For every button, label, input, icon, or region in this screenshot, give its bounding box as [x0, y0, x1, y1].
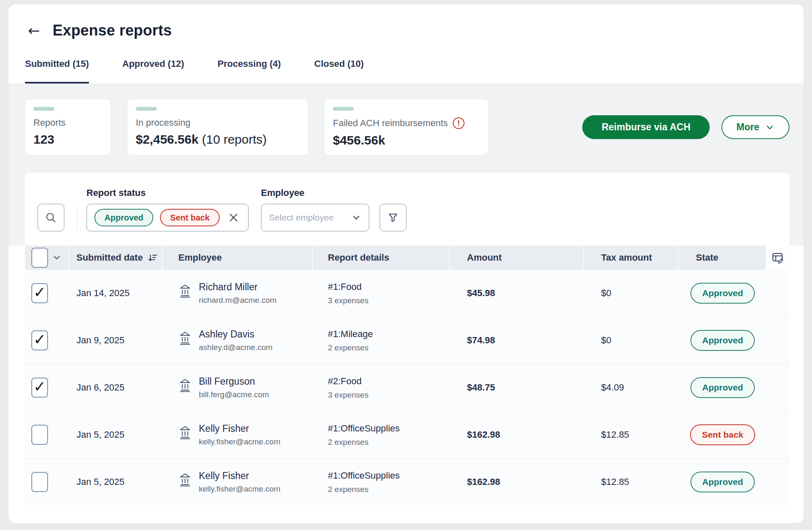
chevron-down-icon — [765, 123, 774, 132]
tax-amount: $4.09 — [584, 382, 679, 393]
bank-icon — [178, 330, 192, 345]
page-title: Expense reports — [53, 22, 172, 39]
table-row[interactable]: ✓ Jan 14, 2025 Richard Millerrichard.m@a… — [25, 270, 789, 317]
filter-button[interactable] — [380, 204, 406, 231]
mint-accent-bar — [333, 107, 354, 111]
employee-email: richard.m@acme.com — [199, 296, 277, 305]
select-all-checkbox[interactable]: ✓ — [31, 248, 48, 268]
tax-amount: $12.85 — [584, 429, 679, 440]
submitted-date: Jan 5, 2025 — [69, 429, 163, 440]
sort-descending-icon — [147, 252, 158, 263]
stat-card-failed-ach: Failed ACH reimbursements ! $456.56k — [325, 99, 488, 155]
mint-accent-bar — [136, 107, 157, 111]
report-expenses: 3 expenses — [328, 296, 450, 305]
stat-card-reports: Reports 123 — [25, 99, 111, 155]
row-checkbox[interactable]: ✓ — [31, 378, 48, 398]
column-label: Tax amount — [601, 252, 652, 263]
column-header-amount: Amount — [450, 246, 584, 270]
table-row[interactable]: ✓ Jan 5, 2025 Kelly Fisherkelly.fisher@a… — [25, 411, 789, 459]
row-checkbox[interactable]: ✓ — [31, 425, 48, 445]
column-header-employee: Employee — [163, 246, 313, 270]
filter-divider — [77, 204, 77, 231]
tax-amount: $0 — [584, 335, 679, 346]
column-header-tax-amount: Tax amount — [584, 246, 679, 270]
app-card: ← Expense reports Submitted (15) Approve… — [8, 4, 804, 523]
status-badge: Approved — [690, 283, 755, 304]
expense-reports-page: ← Expense reports Submitted (15) Approve… — [0, 0, 812, 530]
row-checkbox[interactable]: ✓ — [31, 330, 48, 350]
column-header-submitted-date[interactable]: Submitted date — [69, 246, 163, 270]
employee-email: kelly.fisher@acme.com — [199, 437, 280, 446]
chevron-down-icon[interactable] — [52, 253, 61, 262]
search-icon — [45, 212, 57, 223]
chip-sent-back[interactable]: Sent back — [160, 209, 219, 226]
report-title: #1:OfficeSupplies — [328, 423, 450, 434]
stat-suffix: (10 reports) — [198, 132, 266, 146]
alert-icon: ! — [453, 117, 464, 129]
edit-columns-button[interactable] — [766, 246, 789, 270]
employee-name: Richard Miller — [199, 281, 277, 293]
amount: $48.75 — [450, 382, 584, 393]
bank-icon — [178, 425, 192, 440]
report-title: #1:Food — [328, 281, 450, 292]
employee-name: Bill Ferguson — [199, 376, 269, 387]
tab-closed[interactable]: Closed (10) — [314, 58, 364, 84]
report-status-filter: Report status Approved Sent back — [86, 188, 249, 231]
table-row[interactable]: ✓ Jan 6, 2025 Bill Fergusonbill.ferg@acm… — [25, 364, 789, 411]
amount: $162.98 — [450, 429, 584, 440]
more-button[interactable]: More — [721, 115, 789, 139]
employee-name: Ashley Davis — [199, 329, 272, 340]
submitted-date: Jan 14, 2025 — [69, 288, 163, 299]
summary-section: Reports 123 In processing $2,456.56k (10… — [8, 84, 804, 246]
table-row[interactable]: ✓ Jan 5, 2025 Kelly Fisherkelly.fisher@a… — [25, 459, 789, 505]
chip-approved[interactable]: Approved — [94, 209, 153, 226]
report-title: #1:Mileage — [328, 329, 450, 340]
submitted-date: Jan 6, 2025 — [69, 382, 163, 393]
close-icon — [228, 212, 239, 223]
row-checkbox[interactable]: ✓ — [31, 283, 48, 303]
header-actions: Reimburse via ACH More — [582, 115, 789, 139]
stats-row: Reports 123 In processing $2,456.56k (10… — [8, 84, 804, 155]
search-button[interactable] — [38, 204, 64, 231]
reimburse-via-ach-button[interactable]: Reimburse via ACH — [582, 115, 710, 139]
checkmark-icon: ✓ — [33, 379, 46, 394]
clear-filters-button[interactable] — [226, 210, 241, 225]
row-checkbox[interactable]: ✓ — [31, 472, 48, 492]
table-header-row: ✓ Submitted date Employee Report details… — [25, 246, 789, 270]
tab-approved[interactable]: Approved (12) — [122, 58, 184, 84]
table-row[interactable]: ✓ Jan 9, 2025 Ashley Davisashley.d@acme.… — [25, 317, 789, 364]
mint-accent-bar — [33, 107, 54, 111]
bank-icon — [178, 283, 192, 298]
submitted-date: Jan 9, 2025 — [69, 335, 163, 346]
submitted-date: Jan 5, 2025 — [69, 477, 163, 487]
stat-label: In processing — [136, 117, 190, 128]
column-label: Employee — [178, 252, 222, 263]
column-header-report-details: Report details — [313, 246, 450, 270]
edit-columns-icon — [771, 251, 784, 264]
status-badge: Sent back — [690, 424, 755, 445]
report-expenses: 2 expenses — [328, 343, 450, 352]
checkmark-icon: ✓ — [33, 285, 46, 300]
report-expenses: 3 expenses — [328, 391, 450, 400]
tax-amount: $12.85 — [584, 477, 679, 487]
stat-card-in-processing: In processing $2,456.56k (10 reports) — [127, 99, 308, 155]
employee-name: Kelly Fisher — [199, 423, 280, 434]
column-label: Submitted date — [76, 252, 143, 263]
stat-value: $2,456.56k — [136, 132, 198, 146]
tab-processing[interactable]: Processing (4) — [218, 58, 281, 84]
status-badge: Approved — [690, 472, 755, 492]
select-all-cell: ✓ — [25, 246, 69, 270]
filter-panel: Report status Approved Sent back Employe… — [25, 172, 789, 246]
employee-name: Kelly Fisher — [199, 470, 280, 482]
column-label: State — [696, 252, 718, 263]
amount: $45.98 — [450, 288, 584, 299]
bank-icon — [178, 378, 192, 393]
funnel-icon — [387, 212, 399, 223]
column-header-state: State — [679, 246, 766, 270]
report-status-label: Report status — [86, 188, 249, 198]
back-button[interactable]: ← — [27, 23, 41, 38]
employee-select[interactable]: Select employee — [261, 204, 369, 231]
employee-select-placeholder: Select employee — [269, 213, 334, 223]
tab-submitted[interactable]: Submitted (15) — [25, 58, 89, 84]
stat-label: Reports — [33, 117, 66, 128]
